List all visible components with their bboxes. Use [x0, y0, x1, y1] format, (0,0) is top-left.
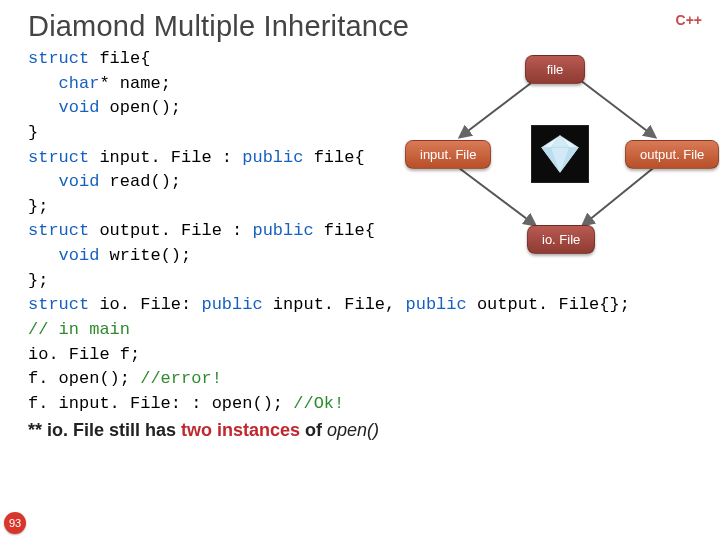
kw-public: public	[405, 295, 466, 314]
kw-void: void	[59, 172, 100, 191]
code-text: output. File{};	[467, 295, 630, 314]
kw-struct: struct	[28, 295, 89, 314]
code-text: }	[28, 123, 38, 142]
language-badge: C++	[676, 12, 702, 28]
code-text: io. File:	[89, 295, 201, 314]
code-text: input. File,	[263, 295, 406, 314]
code-text: io. File f;	[28, 345, 140, 364]
code-text: input. File :	[89, 148, 242, 167]
code-text: };	[28, 271, 48, 290]
code-text: file{	[89, 49, 150, 68]
slide: Diamond Multiple Inheritance C++ struct …	[0, 0, 720, 540]
kw-void: void	[59, 246, 100, 265]
footnote-fn: open()	[327, 420, 379, 440]
code-comment: // in main	[28, 320, 130, 339]
footnote-prefix: ** io. File still has	[28, 420, 181, 440]
code-text: f. open();	[28, 369, 140, 388]
code-text: };	[28, 197, 48, 216]
footnote-mid: of	[300, 420, 327, 440]
code-comment: //Ok!	[293, 394, 344, 413]
code-text: file{	[314, 221, 375, 240]
kw-public: public	[242, 148, 303, 167]
kw-struct: struct	[28, 148, 89, 167]
code-text: output. File :	[89, 221, 252, 240]
kw-public: public	[201, 295, 262, 314]
code-block: struct file{ char* name; void open(); } …	[28, 47, 700, 444]
code-text: * name;	[99, 74, 170, 93]
slide-title: Diamond Multiple Inheritance	[28, 10, 700, 43]
kw-public: public	[252, 221, 313, 240]
code-comment: //error!	[140, 369, 222, 388]
footnote: ** io. File still has two instances of o…	[28, 420, 379, 440]
code-text: open();	[99, 98, 181, 117]
footnote-emph: two instances	[181, 420, 300, 440]
code-text: read();	[99, 172, 181, 191]
kw-struct: struct	[28, 221, 89, 240]
kw-void: void	[59, 98, 100, 117]
kw-struct: struct	[28, 49, 89, 68]
kw-char: char	[59, 74, 100, 93]
code-text: file{	[303, 148, 364, 167]
code-text: f. input. File: : open();	[28, 394, 293, 413]
slide-number: 93	[4, 512, 26, 534]
code-text: write();	[99, 246, 191, 265]
